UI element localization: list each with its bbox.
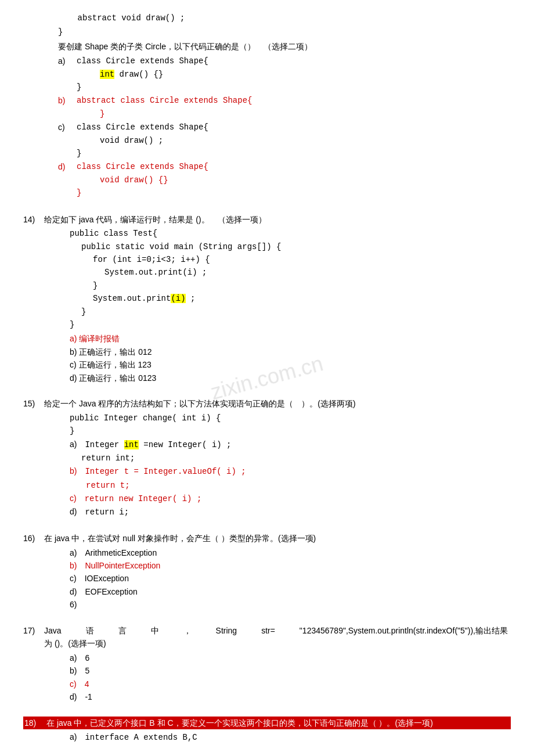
q17-row: 17) Java 语 言 中 ， String str= "123456789"… [23, 624, 511, 650]
q14-options: a) 编译时报错 b) 正确运行，输出 012 c) 正确运行，输出 123 d… [70, 332, 511, 384]
highlight-int-a: int [100, 70, 114, 79]
q16-options: a) ArithmeticException b) NullPointerExc… [70, 546, 511, 611]
option-a-row: a) class Circle extends Shape{ int draw(… [58, 55, 511, 93]
q18-options: a) interface A extends B,C [70, 730, 511, 744]
q14-code: public class Test{ public static void ma… [70, 227, 511, 318]
option-b-row: b) abstract class Circle extends Shape{ … [58, 94, 511, 120]
q18-row: 18) 在 java 中，已定义两个接口 B 和 C，要定义一个实现这两个接口的… [23, 717, 511, 729]
q13-text: 要创建 Shape 类的子类 Circle，以下代码正确的是（） （选择二项） [23, 40, 511, 53]
q15-options: a) Integer int =new Integer( i) ; return… [70, 438, 511, 519]
q15-row: 15) 给定一个 Java 程序的方法结构如下；以下方法体实现语句正确的是（ ）… [23, 397, 511, 410]
q14-row: 14) 给定如下 java 代码，编译运行时，结果是 ()。 （选择一项） [23, 213, 511, 226]
q17-options: a) 6 b) 5 c) 4 d) -1 [70, 651, 511, 704]
code-line-1: abstract void draw() ; [58, 12, 511, 24]
q16-row: 16) 在 java 中，在尝试对 null 对象操作时，会产生（ ）类型的异常… [23, 532, 511, 545]
main-content: abstract void draw() ; } 要创建 Shape 类的子类 … [23, 12, 511, 744]
option-d-row: d) class Circle extends Shape{ void draw… [58, 160, 511, 199]
highlight-i: (i) [171, 294, 185, 303]
option-c-row: c) class Circle extends Shape{ void draw… [58, 121, 511, 160]
q14-close: } [70, 318, 511, 331]
q15-a2: return int; [81, 451, 511, 465]
q15-code: public Integer change( int i) { } [70, 412, 511, 438]
highlight-int-15a: int [124, 440, 139, 449]
code-line-2: } [58, 26, 511, 38]
